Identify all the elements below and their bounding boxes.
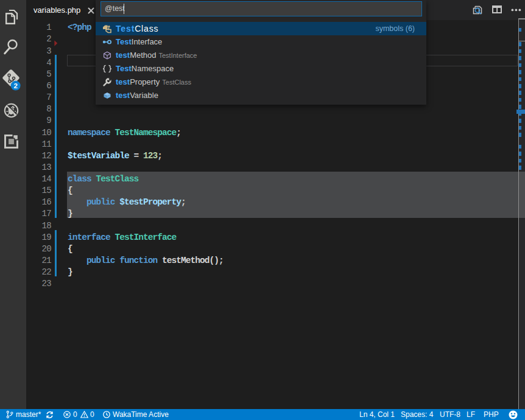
svg-text:2: 2 bbox=[13, 82, 17, 89]
